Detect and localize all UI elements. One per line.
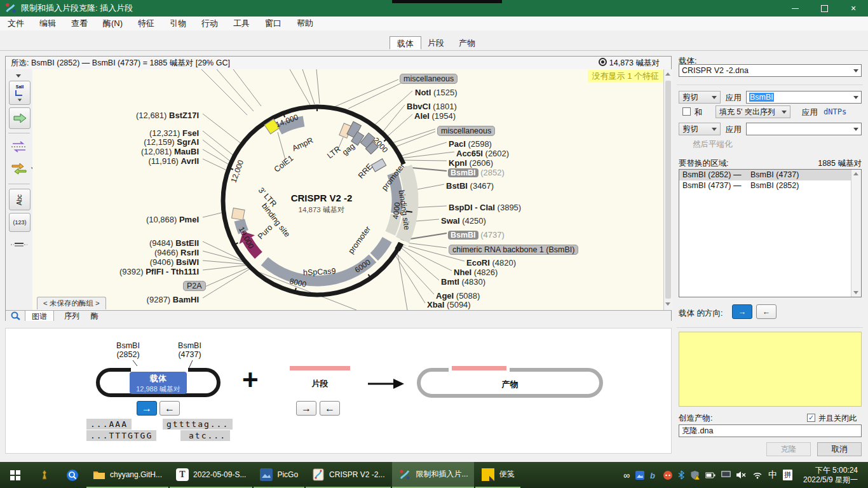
- start-button[interactable]: [0, 462, 31, 488]
- menu-item-actions[interactable]: 行动: [194, 18, 226, 29]
- feature-tag-p2a[interactable]: P2A: [183, 281, 206, 290]
- taskbar-clock[interactable]: 下午 5:00:24 2022/5/9 星期一: [798, 466, 863, 485]
- feature-tag-miscellaneous-2[interactable]: miscellaneous: [437, 126, 495, 135]
- menu-item-primers[interactable]: 引物: [162, 18, 194, 29]
- tab-map-view[interactable]: 图谱: [25, 310, 54, 321]
- enzyme-label-ecori[interactable]: EcoRI (4820): [466, 258, 516, 268]
- tray-icon-photos[interactable]: [635, 471, 644, 480]
- vector-file-select[interactable]: CRISPR V2 -2.dna: [679, 64, 862, 77]
- enzyme-label-rsrii[interactable]: (9466) RsrII: [32, 248, 199, 257]
- enzyme-label-bspdi-clai[interactable]: BspDI - ClaI (3895): [449, 203, 521, 212]
- scroll-down-arrow[interactable]: [665, 302, 670, 306]
- enzyme-set-button[interactable]: < 未保存的酶组 >: [37, 297, 106, 309]
- enzyme-label-nhei[interactable]: NheI (4826): [454, 268, 498, 277]
- taskbar-app-picgo[interactable]: PicGo: [254, 462, 304, 488]
- region-row-2[interactable]: BsmBI (4737) —BsmBI (2852): [679, 180, 861, 191]
- vector-forward-button[interactable]: →: [137, 401, 157, 416]
- enzyme-label-swai[interactable]: SwaI (4250): [441, 216, 486, 226]
- region-row-1[interactable]: BsmBI (2852) —BsmBI (4737): [679, 170, 861, 180]
- taskbar-app-snapgene-dialog[interactable]: 限制和插入片...: [392, 462, 474, 488]
- menu-item-edit[interactable]: 编辑: [32, 18, 64, 29]
- scroll-up-arrow[interactable]: [665, 72, 670, 76]
- labels-display-button[interactable]: Abc: [9, 189, 31, 210]
- scroll-thumb[interactable]: [665, 81, 671, 299]
- translation-display-button[interactable]: [9, 159, 29, 179]
- pinned-app-figurine[interactable]: [31, 462, 58, 488]
- tray-icon-bing[interactable]: b: [650, 471, 658, 480]
- features-display-button[interactable]: [9, 107, 31, 129]
- tray-icon-creative-cloud[interactable]: ∞: [623, 470, 630, 480]
- cancel-button[interactable]: 取消: [817, 442, 862, 456]
- tab-fragment[interactable]: 片段: [421, 36, 451, 50]
- primers-display-button[interactable]: [9, 138, 29, 156]
- enzyme-label-paci[interactable]: PacI (2598): [449, 139, 492, 149]
- menu-item-features[interactable]: 特征: [130, 18, 162, 29]
- tab-product[interactable]: 产物: [452, 36, 482, 50]
- map-vertical-scrollbar[interactable]: [663, 69, 672, 310]
- fill-overhang-dropdown[interactable]: 填充 5' 突出序列: [715, 105, 790, 118]
- fragment-forward-button[interactable]: →: [296, 401, 316, 416]
- enzyme-label-bstz17i[interactable]: (12,681) BstZ17I: [32, 111, 199, 120]
- taskbar-app-snapgene-doc[interactable]: CRISPR V2 -2...: [306, 462, 391, 488]
- feature-tag-miscellaneous-1[interactable]: miscellaneous: [400, 74, 458, 83]
- menu-item-enzymes[interactable]: 酶(N): [95, 18, 130, 29]
- enzyme-label-bbvci[interactable]: BbvCI (1801): [407, 102, 457, 111]
- enzyme-label-maubi[interactable]: (12,081) MauBI: [32, 147, 199, 156]
- taskbar-app-sticky-notes[interactable]: 便笺: [475, 462, 520, 488]
- enzyme-combo-2[interactable]: [746, 123, 862, 135]
- enzyme-label-fsei[interactable]: (12,321) FseI: [32, 128, 199, 138]
- enzyme-label-xbai[interactable]: XbaI (5094): [427, 300, 471, 309]
- tray-icon-display[interactable]: [721, 471, 731, 479]
- taskbar-app-folder[interactable]: chyyang.GitH...: [86, 462, 168, 488]
- cut-action-dropdown-1[interactable]: 剪切: [679, 91, 721, 104]
- menu-item-view[interactable]: 查看: [64, 18, 95, 29]
- orientation-reverse-button[interactable]: ←: [756, 304, 776, 319]
- pinned-app-translator[interactable]: [58, 462, 86, 488]
- dntps-link[interactable]: dNTPs: [824, 107, 846, 116]
- enzyme-label-kpni[interactable]: KpnI (2606): [449, 158, 493, 168]
- enzyme-label-noti[interactable]: NotI (1525): [415, 88, 457, 97]
- scroll-down-arrow[interactable]: [853, 291, 858, 294]
- cut-action-dropdown-2[interactable]: 剪切: [679, 123, 721, 135]
- clone-button[interactable]: 克隆: [766, 442, 811, 456]
- enzyme-label-avrii[interactable]: (11,916) AvrII: [32, 156, 199, 166]
- enzyme-label-bstbi[interactable]: BstBI (3467): [446, 181, 494, 191]
- tray-icon-motrix[interactable]: [663, 471, 672, 480]
- menu-item-tools[interactable]: 工具: [226, 18, 257, 29]
- enzyme-label-acc65i[interactable]: Acc65I (2602): [456, 149, 509, 158]
- menu-item-window[interactable]: 窗口: [257, 18, 289, 29]
- vector-reverse-button[interactable]: ←: [159, 401, 180, 416]
- enzyme-display-button[interactable]: SalI: [9, 81, 31, 105]
- enzyme-label-pmei[interactable]: (10,868) PmeI: [32, 215, 199, 224]
- tray-icon-battery[interactable]: [705, 471, 715, 479]
- product-name-input[interactable]: 克隆.dna: [679, 424, 862, 437]
- tray-icon-bluetooth[interactable]: [678, 470, 684, 480]
- minimize-button[interactable]: [780, 0, 810, 17]
- menu-item-file[interactable]: 文件: [0, 18, 32, 29]
- orientation-forward-button[interactable]: →: [732, 304, 752, 319]
- enzyme-label-bsmbi-4737[interactable]: BsmBI (4737): [448, 230, 505, 240]
- enzyme-label-pflfi[interactable]: (9392) PflFI - Tth111I: [32, 267, 199, 276]
- close-button[interactable]: ×: [839, 0, 868, 17]
- enzyme-combo-1[interactable]: BsmBI: [746, 91, 862, 104]
- enzyme-label-bsiwi[interactable]: (9406) BsiWI: [32, 257, 199, 267]
- enzyme-label-bmti[interactable]: BmtI (4830): [441, 277, 485, 287]
- taskbar-app-typora[interactable]: T 2022-05-09-S...: [170, 462, 252, 488]
- enzyme-label-agei[interactable]: AgeI (5088): [436, 291, 480, 301]
- toolbar-overflow-caret[interactable]: [16, 74, 21, 78]
- numbers-display-button[interactable]: (123): [9, 213, 31, 232]
- ime-mode-indicator[interactable]: 拼: [783, 470, 792, 480]
- maximize-button[interactable]: [810, 0, 839, 17]
- fragment-reverse-button[interactable]: ←: [320, 401, 340, 416]
- zoom-search-icon[interactable]: [11, 311, 21, 320]
- enzyme-label-bsmbi-2852[interactable]: BsmBI (2852): [448, 168, 505, 177]
- tray-icon-volume-muted[interactable]: [736, 471, 747, 479]
- tab-enzymes-view[interactable]: 酶: [85, 310, 105, 321]
- listbox-scrollbar[interactable]: [851, 170, 861, 297]
- enzyme-label-sgrai[interactable]: (12,159) SgrAI: [32, 137, 199, 147]
- ime-language-indicator[interactable]: 中: [768, 470, 777, 481]
- close-window-checkbox[interactable]: ✓: [807, 414, 815, 422]
- enzyme-label-alei[interactable]: AleI (1954): [414, 111, 456, 121]
- tab-vector[interactable]: 载体: [390, 36, 421, 50]
- tray-icon-security-shield[interactable]: [690, 470, 700, 480]
